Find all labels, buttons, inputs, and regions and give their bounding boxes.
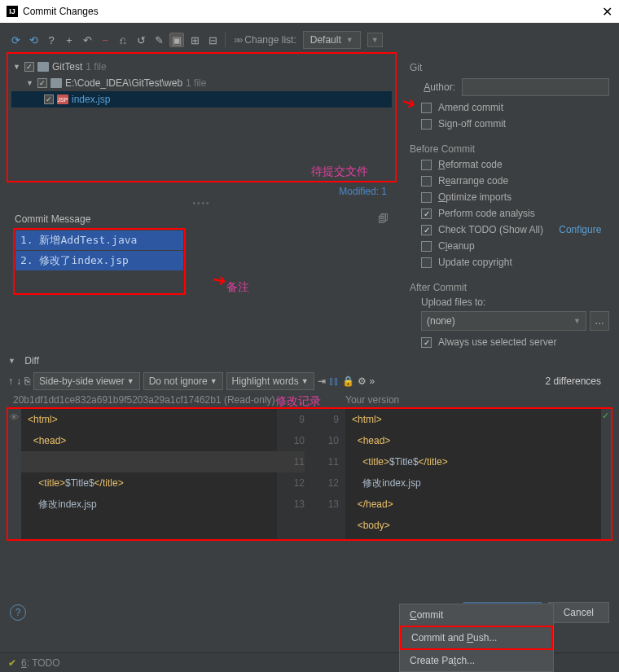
annotation-remark: 备注: [226, 280, 249, 295]
annotation-pending: 待提交文件: [311, 165, 368, 179]
commit-line-1: 1. 新增AddTest.java: [15, 231, 183, 250]
next-diff-icon[interactable]: ↓: [16, 376, 21, 387]
upload-more-button[interactable]: …: [590, 311, 609, 331]
sync-scroll-icon[interactable]: ⫿⫿: [329, 376, 339, 387]
commit-message-box[interactable]: 1. 新增AddTest.java 2. 修改了index.jsp ➔: [13, 228, 186, 295]
checkbox[interactable]: ✓: [24, 62, 34, 72]
remove-icon[interactable]: −: [98, 33, 112, 47]
diff-gutter: 9 10 11 12 13 9 10 11 12 13: [277, 409, 345, 539]
edit-icon[interactable]: ✎: [151, 33, 166, 47]
reformat-option[interactable]: Reformat code: [410, 156, 609, 173]
analysis-option[interactable]: ✓Perform code analysis: [410, 205, 609, 222]
titlebar: IJ Commit Changes ✕: [0, 0, 619, 23]
tree-folder-suffix: 1 file: [186, 77, 206, 89]
tree-file-name: index.jsp: [72, 94, 110, 105]
author-input[interactable]: [462, 78, 609, 96]
checkbox[interactable]: ✓: [37, 78, 47, 88]
menu-commit[interactable]: Commit: [400, 604, 553, 626]
gear-icon[interactable]: ⚙: [358, 376, 367, 387]
diff-right-pane[interactable]: <html> <head> <title>$Title$</title> 修改i…: [345, 409, 601, 539]
diff-count: 2 differences: [536, 376, 612, 387]
commit-dropdown: Commit Commit and Push... Create Patch..…: [399, 604, 554, 672]
amend-option[interactable]: Amend commit: [410, 99, 609, 116]
rollback-icon[interactable]: ↶: [80, 33, 94, 47]
checkbox[interactable]: ✓: [44, 94, 54, 104]
tree-file[interactable]: ✓ JSP index.jsp: [11, 91, 392, 108]
toolbar: ⟳ ⟲ ? + ↶ − ⎌ ↺ ✎ ▣ ⊞ ⊟ »»Change list: D…: [0, 28, 619, 52]
todo-icon[interactable]: ✔: [8, 657, 16, 669]
menu-commit-push[interactable]: Commit and Push...: [400, 626, 553, 650]
lock-icon[interactable]: 🔒: [342, 376, 354, 387]
rearrange-option[interactable]: Rearrange code: [410, 173, 609, 189]
after-commit-heading: After Commit: [410, 279, 609, 295]
jsp-file-icon: JSP: [57, 94, 68, 104]
optimize-option[interactable]: Optimize imports: [410, 189, 609, 205]
folder-icon: [37, 62, 49, 72]
collapse-icon[interactable]: ⊟: [205, 33, 220, 47]
diff-body: 👁 <html> <head> <title>$Title$</title> 修…: [7, 407, 612, 541]
git-heading: Git: [410, 59, 609, 75]
tree-folder-name: E:\Code_IDEA\GitTest\web: [65, 77, 182, 89]
eye-icon[interactable]: 👁: [8, 409, 21, 425]
upload-select[interactable]: (none)▼: [421, 311, 586, 331]
changelist-combo[interactable]: Default▼: [303, 31, 361, 49]
todo-option[interactable]: ✓Check TODO (Show All) Configure: [410, 222, 609, 238]
diff-settings-icon[interactable]: ⎘: [24, 376, 30, 387]
diff-left-pane[interactable]: <html> <head> <title>$Title$</title> 修改i…: [21, 409, 277, 539]
chevron-down-icon[interactable]: ▼: [26, 79, 34, 87]
commit-line-2: 2. 修改了index.jsp: [15, 251, 183, 270]
cleanup-option[interactable]: Cleanup: [410, 238, 609, 254]
diff-toolbar: ↑ ↓ ⎘ Side-by-side viewer▼ Do not ignore…: [0, 370, 619, 393]
viewer-combo[interactable]: Side-by-side viewer▼: [33, 372, 140, 390]
more-icon[interactable]: »: [370, 376, 375, 387]
configure-link[interactable]: Configure: [559, 224, 601, 235]
copyright-option[interactable]: Update copyright: [410, 254, 609, 270]
commit-message-heading: Commit Message 🗐: [7, 208, 397, 228]
window-title: Commit Changes: [23, 6, 99, 17]
tree-folder[interactable]: ▼ ✓ E:\Code_IDEA\GitTest\web 1 file: [11, 75, 392, 91]
tree-root-suffix: 1 file: [86, 61, 106, 72]
diff-right-label: Your version: [345, 394, 609, 406]
close-icon[interactable]: ✕: [602, 4, 612, 20]
add-icon[interactable]: +: [62, 33, 77, 47]
collapse-diff-icon[interactable]: ⇥: [318, 376, 326, 387]
diff-left-label: 20b1df1dd1ce832a691b9f5203a29a1cf17462b1…: [13, 394, 277, 406]
changelist-label: »»Change list:: [234, 34, 296, 46]
modified-count: Modified: 1: [7, 182, 397, 199]
upload-label: Upload files to:: [410, 295, 609, 308]
author-label: Author:: [410, 81, 455, 93]
history-icon[interactable]: 🗐: [378, 213, 389, 225]
todo-label[interactable]: 6: TODO: [21, 657, 60, 669]
author-row: Author:: [410, 75, 609, 99]
cancel-button[interactable]: Cancel: [548, 602, 609, 623]
tree-root[interactable]: ▼ ✓ GitTest 1 file: [11, 59, 392, 75]
chevron-down-icon[interactable]: ▼: [13, 63, 21, 71]
help-icon[interactable]: ?: [44, 33, 59, 47]
before-commit-heading: Before Commit: [410, 140, 609, 156]
ignore-combo[interactable]: Do not ignore▼: [143, 372, 223, 390]
app-icon: IJ: [7, 6, 18, 17]
sync-icon[interactable]: ⟲: [26, 33, 41, 47]
undo-icon[interactable]: ↺: [134, 33, 148, 47]
diff-heading[interactable]: ▼ Diff: [0, 350, 619, 370]
changelist-extra[interactable]: ▼: [367, 33, 383, 47]
highlight-combo[interactable]: Highlight words▼: [226, 372, 314, 390]
tree-root-name: GitTest: [52, 61, 82, 72]
accept-icon[interactable]: ✓: [602, 411, 609, 421]
expand-icon[interactable]: ⊞: [187, 33, 202, 47]
always-server-option[interactable]: ✓Always use selected server: [410, 334, 609, 350]
refresh-icon[interactable]: ⟳: [8, 33, 23, 47]
menu-create-patch[interactable]: Create Patch...: [400, 650, 553, 671]
shelve-icon[interactable]: ⎌: [116, 33, 130, 47]
changes-tree: ▼ ✓ GitTest 1 file ▼ ✓ E:\Code_IDEA\GitT…: [7, 52, 397, 182]
help-button[interactable]: ?: [10, 604, 26, 621]
group-icon[interactable]: ▣: [169, 33, 184, 47]
signoff-option[interactable]: Sign-off commit: [410, 116, 609, 132]
prev-diff-icon[interactable]: ↑: [8, 376, 13, 387]
folder-icon: [50, 78, 62, 88]
